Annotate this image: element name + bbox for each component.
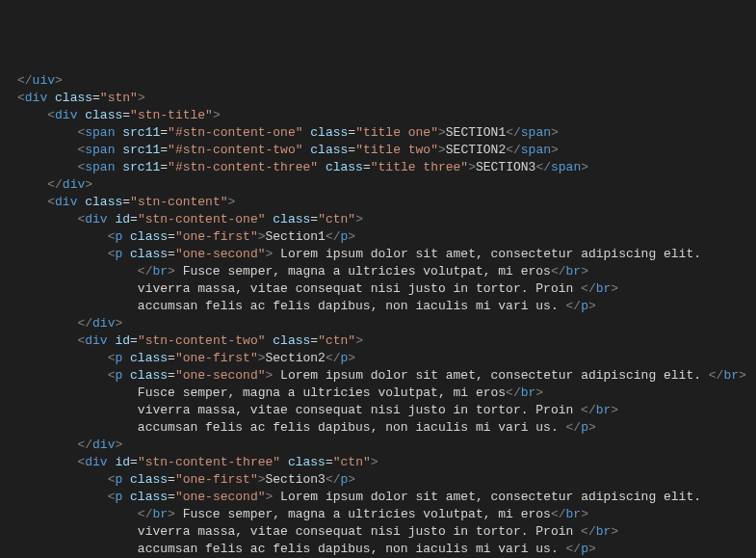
token-tag: > xyxy=(739,368,746,383)
token-str: "#stn-content-one" xyxy=(168,125,310,140)
token-attr: id xyxy=(115,455,130,469)
code-line[interactable]: </uiv> xyxy=(17,72,739,90)
code-line[interactable]: <div id="stn-content-two" class="ctn"> xyxy=(17,332,739,350)
token-tag: > xyxy=(258,351,266,365)
code-line[interactable]: <div id="stn-content-three" class="ctn"> xyxy=(17,454,739,471)
token-elem: br xyxy=(596,524,612,539)
token-str: "one-first" xyxy=(175,351,258,365)
token-tag: < xyxy=(47,195,55,209)
code-line[interactable]: <p class="one-first">Section3</p> xyxy=(17,471,739,489)
token-tag: </ xyxy=(138,507,153,521)
token-tag: </ xyxy=(551,507,566,521)
token-eq: = xyxy=(168,247,175,261)
code-line[interactable]: viverra massa, vitae consequat nisi just… xyxy=(17,402,739,419)
code-line[interactable]: <p class="one-second"> Lorem ipsum dolor… xyxy=(17,367,739,385)
token-tag: > xyxy=(551,125,559,140)
token-eq: = xyxy=(348,143,355,157)
token-eq: = xyxy=(160,160,168,174)
token-tag: > xyxy=(115,316,122,331)
code-line[interactable]: viverra massa, vitae consequat nisi just… xyxy=(17,523,739,541)
token-elem: p xyxy=(581,420,588,435)
token-attr: id xyxy=(115,212,130,226)
token-tag: > xyxy=(355,333,363,348)
code-line[interactable]: <span src11="#stn-content-one" class="ti… xyxy=(17,124,739,142)
code-line[interactable]: <span src11="#stn-content-two" class="ti… xyxy=(17,142,739,159)
token-attr: class xyxy=(85,195,122,209)
token-tag: > xyxy=(371,455,378,469)
token-elem: br xyxy=(152,507,168,521)
token-tag: > xyxy=(581,160,588,174)
token-txt: Fusce semper, magna a ultricies volutpat… xyxy=(175,264,551,279)
code-line[interactable]: accumsan felis ac felis dapibus, non iac… xyxy=(17,419,739,437)
token-str: "stn" xyxy=(100,91,138,105)
code-line[interactable]: <p class="one-second"> Lorem ipsum dolor… xyxy=(17,489,739,506)
token-attr: class xyxy=(288,455,326,469)
token-tag: > xyxy=(611,281,618,296)
token-elem: br xyxy=(723,368,739,383)
token-tag: > xyxy=(535,385,543,400)
token-eq: = xyxy=(92,91,100,105)
token-eq: = xyxy=(130,455,138,469)
token-tag: </ xyxy=(566,542,582,556)
token-elem: div xyxy=(85,333,115,348)
code-line[interactable]: <p class="one-second"> Lorem ipsum dolor… xyxy=(17,246,739,263)
code-line[interactable]: viverra massa, vitae consequat nisi just… xyxy=(17,280,739,298)
token-tag: </ xyxy=(326,351,341,365)
token-tag: </ xyxy=(506,143,521,157)
token-tag: </ xyxy=(17,73,33,88)
token-txt: Fusce semper, magna a ultricies volutpat… xyxy=(175,507,551,521)
token-str: "ctn" xyxy=(333,455,371,469)
token-attr: class xyxy=(273,212,310,226)
token-attr: class xyxy=(310,125,348,140)
token-tag: > xyxy=(55,73,63,88)
token-elem: br xyxy=(152,264,168,279)
code-line[interactable]: Fusce semper, magna a ultricies volutpat… xyxy=(17,385,739,402)
code-line[interactable]: accumsan felis ac felis dapibus, non iac… xyxy=(17,298,739,315)
token-tag: > xyxy=(438,143,446,157)
token-tag: < xyxy=(17,91,25,105)
code-line[interactable]: </div> xyxy=(17,315,739,332)
token-attr: class xyxy=(326,160,363,174)
token-eq: = xyxy=(168,351,175,365)
token-attr: class xyxy=(130,472,168,487)
code-line[interactable]: </br> Fusce semper, magna a ultricies vo… xyxy=(17,263,739,280)
token-tag: </ xyxy=(535,160,551,174)
token-str: "one-second" xyxy=(175,247,266,261)
token-tag: > xyxy=(85,177,92,192)
token-tag: > xyxy=(581,264,588,279)
token-str: "ctn" xyxy=(318,333,355,348)
token-elem: br xyxy=(566,507,582,521)
code-line[interactable]: <div id="stn-content-one" class="ctn"> xyxy=(17,211,739,228)
token-attr: class xyxy=(130,368,168,383)
code-line[interactable]: <div class="stn"> xyxy=(17,90,739,107)
code-line[interactable]: <p class="one-first">Section1</p> xyxy=(17,228,739,246)
token-attr: class xyxy=(130,490,168,504)
token-tag: </ xyxy=(551,264,566,279)
token-tag: > xyxy=(581,507,588,521)
code-line[interactable]: accumsan felis ac felis dapibus, non iac… xyxy=(17,541,739,558)
token-tag: </ xyxy=(326,472,341,487)
code-line[interactable]: <span src11="#stn-content-three" class="… xyxy=(17,159,739,176)
token-txt: Fusce semper, magna a ultricies volutpat… xyxy=(138,385,506,400)
code-line[interactable]: <div class="stn-title"> xyxy=(17,107,739,124)
token-tag: > xyxy=(348,229,355,244)
token-eq: = xyxy=(348,125,355,140)
token-eq: = xyxy=(168,472,175,487)
token-txt: viverra massa, vitae consequat nisi just… xyxy=(138,403,581,417)
token-eq: = xyxy=(326,455,333,469)
code-line[interactable]: </div> xyxy=(17,437,739,454)
code-line[interactable]: </div> xyxy=(17,176,739,194)
code-editor[interactable]: </uiv><div class="stn"> <div class="stn-… xyxy=(17,72,739,558)
token-tag: </ xyxy=(506,125,521,140)
token-txt: Lorem ipsum dolor sit amet, consectetur … xyxy=(273,247,701,261)
token-elem: div xyxy=(63,177,85,192)
code-line[interactable]: <p class="one-first">Section2</p> xyxy=(17,350,739,367)
token-tag: > xyxy=(228,195,236,209)
token-txt: accumsan felis ac felis dapibus, non iac… xyxy=(138,299,566,313)
code-line[interactable]: <div class="stn-content"> xyxy=(17,194,739,211)
token-elem: div xyxy=(85,455,115,469)
token-elem: p xyxy=(115,229,130,244)
code-line[interactable]: </br> Fusce semper, magna a ultricies vo… xyxy=(17,506,739,523)
token-str: "stn-content" xyxy=(130,195,227,209)
token-elem: span xyxy=(85,125,122,140)
